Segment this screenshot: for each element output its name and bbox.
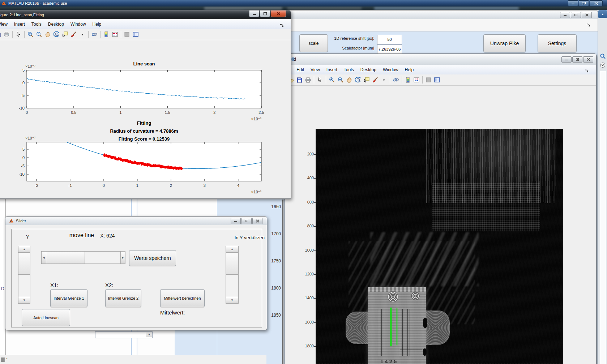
svg-text:Fitting Score = 0.12539: Fitting Score = 0.12539 [119, 136, 170, 142]
bild-figure-area: 1425 200 400 600 800 1000 1200 1400 1600… [285, 86, 596, 364]
chip-header-marks [368, 287, 426, 292]
maximize-icon[interactable] [579, 0, 589, 6]
rotate-3d-icon[interactable] [354, 76, 362, 83]
status-strip: ▴ [0, 355, 266, 364]
minimize-icon[interactable] [561, 56, 572, 63]
dock-figure-icon[interactable] [581, 67, 593, 75]
dock-strip-label: D [1, 286, 4, 291]
show-plot-tools-icon[interactable] [433, 76, 441, 83]
bild-titlebar[interactable]: Bild [285, 54, 596, 65]
close-icon[interactable] [252, 218, 262, 224]
svg-text:2: 2 [213, 110, 215, 115]
figure2-plots: 00.511.522.550-5-10Line scan×10⁻⁷×10⁻³-2… [0, 10, 291, 198]
y-tick-label: 600 [299, 200, 314, 204]
svg-text:×10⁻³: ×10⁻³ [251, 117, 261, 121]
close-icon[interactable] [582, 12, 592, 18]
print-icon[interactable] [304, 76, 312, 83]
auto-linescan-button[interactable]: Auto Linescan [22, 309, 70, 326]
grip-expand-icon[interactable]: ▴ [6, 357, 8, 360]
scroll-down-icon[interactable]: ▼ [226, 297, 238, 303]
close-icon[interactable] [590, 0, 603, 6]
brush-icon[interactable] [372, 76, 379, 83]
pan-icon[interactable] [346, 76, 353, 83]
y-tick-label: 1200 [299, 272, 314, 276]
gui-titlebar [243, 10, 598, 19]
svg-text:5: 5 [22, 68, 25, 72]
minimize-icon[interactable] [560, 12, 570, 18]
svg-text:3: 3 [204, 183, 206, 188]
svg-text:Radius of curvature = 4.7886m: Radius of curvature = 4.7886m [110, 128, 178, 134]
main-window-title: MATLAB R2016b - academic use [8, 1, 67, 5]
svg-text:0: 0 [103, 183, 105, 188]
unwrap-pike-button[interactable]: Unwrap Pike [483, 34, 526, 52]
panel-edge-dark [282, 200, 283, 364]
matlab-toolstrip [0, 7, 607, 10]
zoom-in-icon[interactable] [328, 76, 335, 83]
restore-icon[interactable] [241, 218, 252, 224]
hide-plot-tools-icon[interactable] [425, 76, 432, 83]
link-plot-icon[interactable] [392, 76, 399, 83]
gui-window-controls [559, 12, 592, 18]
collapse-panel-tab[interactable]: ▲ [598, 10, 607, 18]
minimize-icon[interactable] [568, 0, 578, 6]
svg-text:Line scan: Line scan [133, 61, 155, 67]
svg-text:2.5: 2.5 [258, 110, 264, 115]
dock-figure-icon[interactable] [586, 22, 591, 27]
menu-item-insert[interactable]: Insert [323, 66, 341, 74]
dropdown-arrow-icon[interactable]: ▼ [146, 332, 152, 337]
slider-thumb[interactable] [18, 252, 30, 275]
menu-item-edit[interactable]: Edit [293, 66, 307, 74]
restore-icon[interactable] [572, 56, 582, 63]
linescan-marker-1[interactable] [390, 308, 392, 346]
interval-grenze-2-button[interactable]: Interval Grenze 2 [105, 289, 141, 307]
dropdown-arrow-icon[interactable] [380, 76, 388, 83]
minimize-icon[interactable] [231, 218, 241, 224]
search-icon[interactable] [599, 52, 606, 60]
fresnel-ring-icon [388, 291, 398, 302]
scroll-right-icon[interactable]: ▶ [120, 252, 125, 264]
y-slider-left[interactable]: ▲ ▼ [18, 246, 30, 304]
scroll-up-icon[interactable]: ▲ [18, 246, 30, 253]
move-line-slider[interactable]: ◀ ▶ [41, 251, 125, 264]
close-icon[interactable] [583, 56, 593, 63]
menu-item-desktop[interactable]: Desktop [357, 66, 380, 74]
mittelwert-berechnen-button[interactable]: Mittelwert berechnen [160, 289, 205, 307]
save-icon[interactable] [296, 76, 303, 83]
y-tick-label: 200 [299, 152, 314, 156]
side-tick-label: 1650 [266, 204, 281, 209]
data-cursor-icon[interactable] [363, 76, 370, 83]
mittelwert-label: Mittelwert: [160, 309, 185, 316]
werte-speichern-button[interactable]: Werte speichern [129, 250, 176, 266]
zoom-out-icon[interactable] [337, 76, 344, 83]
pointer-icon[interactable] [316, 76, 324, 83]
menu-item-window[interactable]: Window [380, 66, 402, 74]
toolbar-separator [314, 76, 314, 83]
insert-legend-icon[interactable] [413, 76, 420, 83]
panel-edge-light [283, 200, 284, 364]
y-slider-right[interactable]: ▲ ▼ [226, 246, 239, 304]
interval-grenze-1-button[interactable]: Interval Grenze 1 [50, 289, 87, 307]
ref-shift-input[interactable]: 50 [377, 35, 402, 44]
slider-titlebar[interactable]: Slider [5, 217, 267, 225]
settings-button[interactable]: Settings [538, 34, 577, 52]
expand-panel-icon[interactable] [599, 61, 606, 69]
insert-colorbar-icon[interactable] [404, 76, 411, 83]
x-readout: X: 624 [100, 233, 115, 239]
scroll-up-icon[interactable]: ▲ [226, 246, 238, 253]
popup-menu[interactable]: ▼ [95, 331, 153, 338]
scalefactor-input[interactable]: 7.26392e-06 [377, 44, 402, 54]
menu-item-tools[interactable]: Tools [341, 66, 357, 74]
linescan-marker-2[interactable] [397, 308, 397, 345]
menu-item-help[interactable]: Help [402, 66, 417, 74]
svg-text:2: 2 [170, 183, 172, 188]
ref-shift-label: 1D reference shift [px]: [322, 36, 374, 40]
side-tick-label: 1700 [266, 231, 281, 236]
bild-image[interactable]: 1425 [316, 129, 563, 364]
scroll-down-icon[interactable]: ▼ [18, 297, 30, 303]
side-tick-label: 1850 [266, 313, 281, 318]
slider-thumb[interactable] [226, 252, 239, 275]
restore-icon[interactable] [571, 12, 581, 18]
menu-item-view[interactable]: View [307, 66, 323, 74]
svg-text:0: 0 [22, 81, 25, 85]
slider-thumb[interactable] [46, 251, 85, 264]
